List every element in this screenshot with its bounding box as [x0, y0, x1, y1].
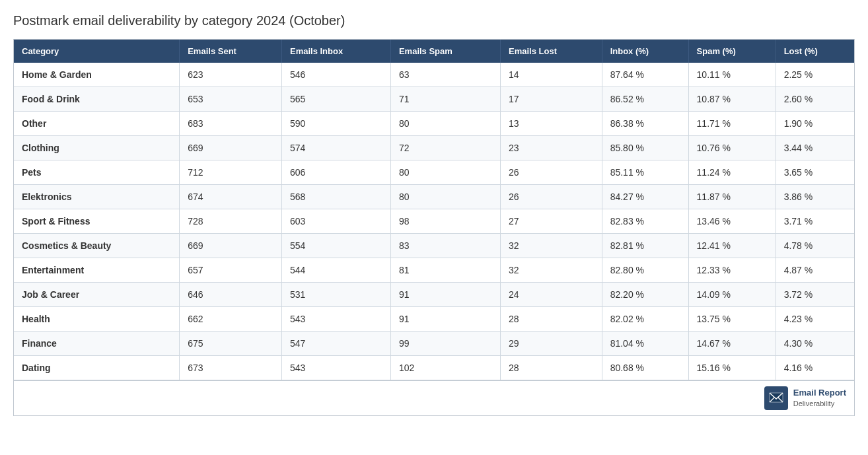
table-row: Other683590801386.38 %11.71 %1.90 %: [14, 112, 854, 136]
cell-category-1: Food & Drink: [14, 87, 180, 112]
col-header-inbox-pct: Inbox (%): [602, 40, 688, 63]
cell-spamPct-3: 10.76 %: [688, 136, 776, 160]
cell-category-12: Dating: [14, 356, 180, 380]
cell-lostPct-4: 3.65 %: [776, 160, 854, 185]
cell-inboxPct-8: 82.80 %: [602, 258, 688, 283]
cell-emailsLost-1: 17: [501, 87, 602, 112]
cell-spamPct-11: 14.67 %: [688, 332, 776, 356]
cell-category-10: Health: [14, 307, 180, 332]
cell-emailsInbox-7: 554: [281, 234, 390, 258]
table-row: Sport & Fitness728603982782.83 %13.46 %3…: [14, 209, 854, 234]
cell-spamPct-12: 15.16 %: [688, 356, 776, 380]
cell-spamPct-8: 12.33 %: [688, 258, 776, 283]
cell-lostPct-11: 4.30 %: [776, 332, 854, 356]
cell-emailsLost-9: 24: [501, 283, 602, 307]
cell-emailsLost-7: 32: [501, 234, 602, 258]
cell-inboxPct-12: 80.68 %: [602, 356, 688, 380]
cell-category-9: Job & Career: [14, 283, 180, 307]
cell-inboxPct-7: 82.81 %: [602, 234, 688, 258]
cell-emailsSent-2: 683: [180, 112, 282, 136]
cell-lostPct-1: 2.60 %: [776, 87, 854, 112]
cell-inboxPct-0: 87.64 %: [602, 63, 688, 87]
cell-category-3: Clothing: [14, 136, 180, 160]
table-row: Job & Career646531912482.20 %14.09 %3.72…: [14, 283, 854, 307]
cell-emailsSent-1: 653: [180, 87, 282, 112]
table-header-row: Category Emails Sent Emails Inbox Emails…: [14, 40, 854, 63]
cell-category-6: Sport & Fitness: [14, 209, 180, 234]
cell-emailsInbox-2: 590: [281, 112, 390, 136]
col-header-emails-sent: Emails Sent: [180, 40, 282, 63]
cell-spamPct-10: 13.75 %: [688, 307, 776, 332]
cell-emailsInbox-1: 565: [281, 87, 390, 112]
col-header-lost-pct: Lost (%): [776, 40, 854, 63]
cell-emailsInbox-0: 546: [281, 63, 390, 87]
cell-emailsInbox-5: 568: [281, 185, 390, 209]
cell-emailsLost-3: 23: [501, 136, 602, 160]
cell-emailsSpam-10: 91: [390, 307, 500, 332]
table-row: Finance675547992981.04 %14.67 %4.30 %: [14, 332, 854, 356]
col-header-category: Category: [14, 40, 180, 63]
cell-emailsSpam-11: 99: [390, 332, 500, 356]
cell-category-11: Finance: [14, 332, 180, 356]
col-header-emails-spam: Emails Spam: [390, 40, 500, 63]
cell-inboxPct-3: 85.80 %: [602, 136, 688, 160]
table-row: Clothing669574722385.80 %10.76 %3.44 %: [14, 136, 854, 160]
deliverability-table: Category Emails Sent Emails Inbox Emails…: [14, 40, 854, 380]
cell-emailsSent-4: 712: [180, 160, 282, 185]
cell-category-2: Other: [14, 112, 180, 136]
cell-emailsSent-9: 646: [180, 283, 282, 307]
cell-lostPct-6: 3.71 %: [776, 209, 854, 234]
cell-emailsLost-12: 28: [501, 356, 602, 380]
cell-emailsLost-2: 13: [501, 112, 602, 136]
table-row: Dating6735431022880.68 %15.16 %4.16 %: [14, 356, 854, 380]
cell-emailsInbox-11: 547: [281, 332, 390, 356]
cell-emailsInbox-6: 603: [281, 209, 390, 234]
cell-emailsSpam-7: 83: [390, 234, 500, 258]
table-row: Cosmetics & Beauty669554833282.81 %12.41…: [14, 234, 854, 258]
cell-emailsSpam-8: 81: [390, 258, 500, 283]
brand-line2: Deliverability: [793, 399, 846, 408]
cell-emailsSent-10: 662: [180, 307, 282, 332]
cell-emailsInbox-4: 606: [281, 160, 390, 185]
cell-lostPct-0: 2.25 %: [776, 63, 854, 87]
cell-emailsLost-10: 28: [501, 307, 602, 332]
cell-inboxPct-9: 82.20 %: [602, 283, 688, 307]
cell-emailsLost-8: 32: [501, 258, 602, 283]
cell-lostPct-9: 3.72 %: [776, 283, 854, 307]
cell-category-0: Home & Garden: [14, 63, 180, 87]
cell-category-5: Elektronics: [14, 185, 180, 209]
brand-text: Email Report Deliverability: [793, 388, 846, 408]
cell-emailsSpam-12: 102: [390, 356, 500, 380]
table-row: Health662543912882.02 %13.75 %4.23 %: [14, 307, 854, 332]
cell-inboxPct-5: 84.27 %: [602, 185, 688, 209]
cell-lostPct-3: 3.44 %: [776, 136, 854, 160]
cell-emailsSent-11: 675: [180, 332, 282, 356]
brand-line1: Email Report: [793, 388, 846, 399]
table-row: Pets712606802685.11 %11.24 %3.65 %: [14, 160, 854, 185]
data-table-container: Category Emails Sent Emails Inbox Emails…: [13, 39, 855, 416]
cell-emailsInbox-8: 544: [281, 258, 390, 283]
cell-emailsInbox-9: 531: [281, 283, 390, 307]
cell-category-7: Cosmetics & Beauty: [14, 234, 180, 258]
cell-emailsInbox-12: 543: [281, 356, 390, 380]
brand-icon: [764, 386, 788, 410]
cell-spamPct-5: 11.87 %: [688, 185, 776, 209]
col-header-spam-pct: Spam (%): [688, 40, 776, 63]
table-footer: Email Report Deliverability: [14, 380, 854, 415]
cell-emailsLost-11: 29: [501, 332, 602, 356]
cell-lostPct-7: 4.78 %: [776, 234, 854, 258]
cell-lostPct-2: 1.90 %: [776, 112, 854, 136]
col-header-emails-inbox: Emails Inbox: [281, 40, 390, 63]
cell-emailsLost-4: 26: [501, 160, 602, 185]
cell-emailsSpam-9: 91: [390, 283, 500, 307]
cell-emailsSent-6: 728: [180, 209, 282, 234]
cell-emailsSpam-0: 63: [390, 63, 500, 87]
cell-inboxPct-10: 82.02 %: [602, 307, 688, 332]
cell-lostPct-10: 4.23 %: [776, 307, 854, 332]
cell-emailsInbox-3: 574: [281, 136, 390, 160]
cell-spamPct-6: 13.46 %: [688, 209, 776, 234]
cell-emailsSpam-4: 80: [390, 160, 500, 185]
cell-spamPct-2: 11.71 %: [688, 112, 776, 136]
cell-emailsSent-12: 673: [180, 356, 282, 380]
cell-inboxPct-11: 81.04 %: [602, 332, 688, 356]
